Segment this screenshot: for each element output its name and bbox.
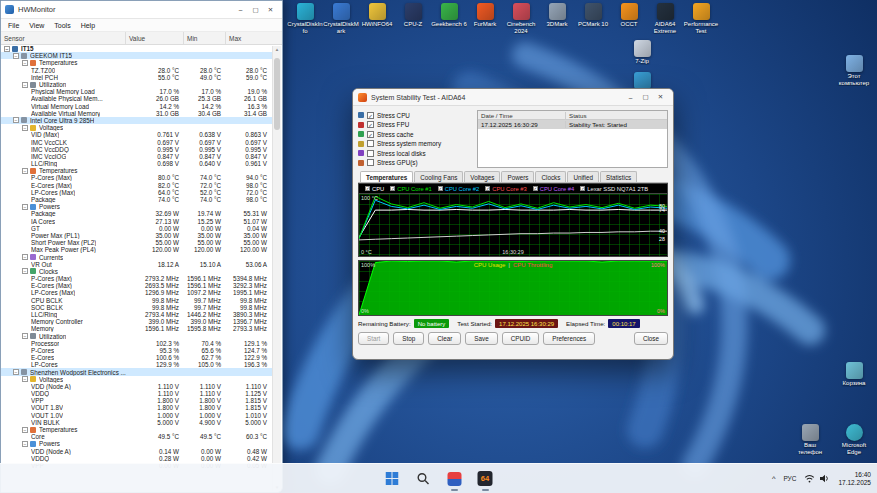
sensor-row[interactable]: Virtual Memory Load14.2 %14.2 %16.3 % [1,103,272,110]
desktop-icon-3dmark[interactable]: 3DMark [539,3,575,28]
sensor-row[interactable]: IMC VccCLK0.697 V0.697 V0.697 V [1,138,272,145]
stress-option-stress-local-disks[interactable]: Stress local disks [358,149,472,157]
tray-status-icons[interactable] [804,473,830,484]
save-button[interactable]: Save [465,332,497,345]
wifi-icon[interactable] [804,473,815,484]
stop-button[interactable]: Stop [393,332,424,345]
taskbar-hwmonitor-button[interactable] [442,467,466,491]
sensor-row[interactable]: CPU BCLK99.8 MHz99.7 MHz99.8 MHz [1,297,272,304]
sensor-row[interactable]: VDDQ1.110 V1.110 V1.125 V [1,390,272,397]
sensor-row[interactable]: P-Cores (Max)80.0 °C74.0 °C94.0 °C [1,174,272,181]
sensor-row[interactable]: E-Cores (Max)2693.5 MHz1596.1 MHz3292.3 … [1,282,272,289]
column-header-sensor[interactable]: Sensor [1,32,126,44]
legend-checkbox-checked[interactable]: ✓ [365,186,370,191]
scrollbar[interactable]: ▲ ▼ [272,46,281,491]
tree-expander-icon[interactable]: − [13,117,19,123]
tree-expander-icon[interactable]: − [22,441,28,447]
legend-checkbox-checked[interactable]: ✓ [485,186,490,191]
checkbox-unchecked[interactable] [367,159,374,166]
sensor-row[interactable]: Processor102.3 %70.4 %129.1 % [1,340,272,347]
tree-expander-icon[interactable]: − [22,82,28,88]
sensor-row[interactable]: P-Cores (Max)2793.2 MHz1596.1 MHz5394.8 … [1,275,272,282]
sensor-row[interactable]: SOC BCLK99.8 MHz99.7 MHz99.8 MHz [1,304,272,311]
sensor-row[interactable]: Memory Controller399.0 MHz399.0 MHz1396.… [1,318,272,325]
checkbox-checked[interactable]: ✓ [367,112,374,119]
checkbox-unchecked[interactable] [367,140,374,147]
sensor-row[interactable]: LP-Cores129.9 %105.0 %196.3 % [1,361,272,368]
scroll-up-icon[interactable]: ▲ [273,47,281,52]
sensor-row[interactable]: LP-Cores (Max)64.0 °C52.0 °C72.0 °C [1,189,272,196]
start-button[interactable]: Start [358,332,389,345]
close-button[interactable]: ✕ [263,3,278,17]
tree-expander-icon[interactable]: − [13,369,19,375]
tree-expander-icon[interactable]: − [13,53,19,59]
desktop-icon-pcmark-10[interactable]: PCMark 10 [575,3,611,28]
maximize-button[interactable]: ▢ [638,90,653,104]
sensor-row[interactable]: VID (Max)0.761 V0.638 V0.863 V [1,131,272,138]
sensor-row[interactable]: TZ.TZ0028.0 °C28.0 °C28.0 °C [1,67,272,74]
maximize-button[interactable]: ▢ [248,3,263,17]
sensor-row[interactable]: Short Power Max (PL2)55.00 W55.00 W55.00… [1,239,272,246]
scrollbar-thumb[interactable] [274,58,280,130]
checkbox-unchecked[interactable] [367,150,374,157]
menu-tools[interactable]: Tools [49,22,75,29]
sensor-row[interactable]: −Voltages [1,124,272,131]
legend-cpu[interactable]: ✓CPU [365,186,384,192]
sensor-row[interactable]: IMC VccIOG0.847 V0.847 V0.847 V [1,153,272,160]
sensor-row[interactable]: −Voltages [1,376,272,383]
minimize-button[interactable]: – [623,90,638,104]
tree-expander-icon[interactable]: − [22,168,28,174]
desktop-icon-microsoft-edge[interactable]: Microsoft Edge [836,424,872,455]
legend-cpu-core-1[interactable]: ✓CPU Core #1 [390,186,431,192]
sensor-row[interactable]: Available Virtual Memory31.0 GB30.4 GB31… [1,110,272,117]
tree-expander-icon[interactable]: − [22,254,28,260]
stress-option-stress-cache[interactable]: ✓Stress cache [358,130,472,138]
sensor-row[interactable]: −Temperatures [1,167,272,174]
tab-voltages[interactable]: Voltages [464,171,500,182]
tab-temperatures[interactable]: Temperatures [360,171,413,182]
stress-option-stress-cpu[interactable]: ✓Stress CPU [358,111,472,119]
sensor-row[interactable]: −GEEKOM IT15 [1,52,272,59]
desktop-icon-cinebench-2024[interactable]: Cinebench 2024 [503,3,539,34]
desktop-icon-recycle-bin[interactable]: Корзина [836,362,872,387]
desktop-icon-this-pc[interactable]: Этот компьютер [836,55,872,86]
sensor-row[interactable]: VIN BULK5.000 V4.900 V5.000 V [1,419,272,426]
desktop-icon-aida64-extreme[interactable]: AIDA64 Extreme [647,3,683,34]
close-button[interactable]: ✕ [653,90,668,104]
desktop-icon-cpu-z[interactable]: CPU-Z [395,3,431,28]
close-button[interactable]: Close [634,332,668,345]
sensor-row[interactable]: −Powers [1,203,272,210]
taskbar-start-button[interactable] [380,467,404,491]
column-header-max[interactable]: Max [226,32,272,44]
column-header-min[interactable]: Min [184,32,226,44]
sensor-row[interactable]: −Shenzhen Wodposit Electronics ... [1,368,272,375]
clock[interactable]: 16:40 17.12.2025 [838,471,871,486]
sensor-row[interactable]: Power Max (PL1)35.00 W35.00 W35.00 W [1,232,272,239]
tree-expander-icon[interactable]: − [22,376,28,382]
sensor-row[interactable]: −Clocks [1,268,272,275]
legend-cpu-core-2[interactable]: ✓CPU Core #2 [438,186,479,192]
sensor-row[interactable]: IA Cores27.13 W15.25 W51.07 W [1,218,272,225]
checkbox-checked[interactable]: ✓ [367,121,374,128]
desktop-icon-crystaldiskinfo[interactable]: CrystalDiskInfo [287,3,323,34]
legend-lexar-ssd-nq7a1-2tb[interactable]: ✓Lexar SSD NQ7A1 2TB [580,186,648,192]
stress-option-stress-fpu[interactable]: ✓Stress FPU [358,121,472,129]
desktop-icon-occt[interactable]: OCCT [611,3,647,28]
desktop-icon-furmark[interactable]: FurMark [467,3,503,28]
desktop-icon-performancetest[interactable]: PerformanceTest [683,3,719,34]
tab-powers[interactable]: Powers [501,171,534,182]
sensor-row[interactable]: −Intel Core Ultra 9 285H [1,117,272,124]
checkbox-checked[interactable]: ✓ [367,131,374,138]
sensor-row[interactable]: VDD (Node A)1.110 V1.110 V1.110 V [1,383,272,390]
tree-expander-icon[interactable]: − [22,427,28,433]
cpuid-button[interactable]: CPUID [502,332,540,345]
hidden-icons-chevron[interactable]: ^ [772,474,776,483]
sensor-row[interactable]: VDDQ0.28 W0.00 W0.42 W [1,455,272,462]
menu-help[interactable]: Help [76,22,100,29]
log-row[interactable]: 17.12.2025 16:30:29Stability Test: Start… [478,120,667,129]
tree-expander-icon[interactable]: − [22,125,28,131]
legend-checkbox-checked[interactable]: ✓ [580,186,585,191]
menu-file[interactable]: File [3,22,24,29]
sensor-row[interactable]: −IT15 [1,45,272,52]
stress-option-stress-system-memory[interactable]: Stress system memory [358,140,472,148]
